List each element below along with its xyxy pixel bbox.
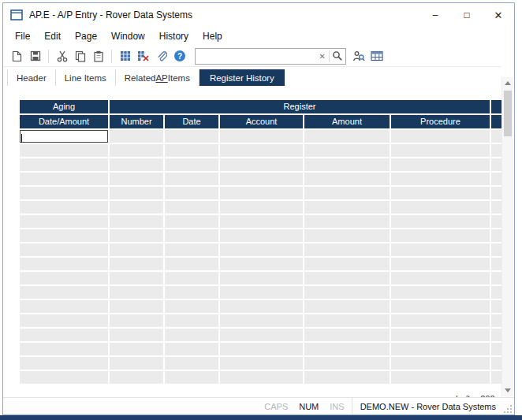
scrollbar-thumb[interactable] (504, 91, 512, 136)
grid-cell[interactable] (165, 343, 218, 355)
copy-icon[interactable] (72, 48, 88, 65)
person-search-icon[interactable] (350, 48, 367, 65)
scroll-down-icon[interactable] (502, 385, 513, 396)
grid-cell[interactable] (110, 215, 163, 228)
grid-cell[interactable] (304, 215, 390, 228)
grid-cell[interactable] (391, 314, 490, 327)
grid-cell[interactable] (220, 229, 303, 242)
grid-cell[interactable] (165, 144, 218, 157)
grid-cell[interactable] (110, 272, 163, 284)
menu-help[interactable]: Help (196, 28, 229, 44)
grid-cell[interactable] (110, 314, 163, 327)
grid-cell[interactable] (304, 371, 390, 384)
grid-cell[interactable] (20, 329, 108, 341)
grid-cell[interactable] (20, 314, 108, 327)
grid-cell[interactable] (391, 187, 490, 199)
grid-cell[interactable] (304, 329, 390, 341)
grid-cell[interactable] (20, 187, 108, 199)
grid-cell[interactable] (304, 343, 390, 355)
grid-cell[interactable] (165, 371, 218, 384)
grid-cell[interactable] (165, 187, 218, 199)
grid-cell[interactable] (165, 329, 218, 341)
grid-cell[interactable] (20, 144, 108, 157)
grid-cell[interactable] (220, 343, 303, 355)
grid-cell[interactable] (165, 158, 218, 171)
grid-cell[interactable] (220, 173, 303, 185)
grid-cell[interactable] (220, 258, 303, 270)
grid-cell[interactable] (304, 187, 390, 199)
grid-cell[interactable] (20, 173, 108, 185)
scroll-up-icon[interactable] (502, 77, 513, 89)
grid-cell[interactable] (304, 357, 390, 370)
grid-cell[interactable] (165, 173, 218, 185)
grid-cell[interactable] (304, 173, 390, 185)
clear-search-icon[interactable]: ✕ (316, 52, 329, 61)
grid-cell[interactable] (304, 314, 390, 327)
grid-cell[interactable] (165, 314, 218, 327)
grid-cell[interactable] (110, 258, 163, 270)
grid-cell[interactable] (220, 243, 303, 256)
grid-cell[interactable] (304, 144, 390, 157)
grid-cell[interactable] (20, 300, 108, 313)
grid-cell[interactable] (220, 286, 303, 299)
title-bar[interactable]: AP.E - A/P Entry - Rover Data Systems – … (3, 3, 514, 27)
resize-grip[interactable] (502, 403, 513, 414)
search-input[interactable] (196, 50, 316, 63)
grid-cell[interactable] (304, 130, 390, 143)
grid-cell[interactable] (165, 286, 218, 299)
grid-cell[interactable] (110, 201, 163, 214)
grid-detail-icon[interactable] (117, 48, 133, 65)
grid-cell[interactable] (220, 201, 303, 214)
grid-cell[interactable] (110, 300, 163, 313)
grid-cell[interactable] (220, 329, 303, 341)
grid-cell[interactable] (391, 357, 490, 370)
grid-cell[interactable] (20, 357, 108, 370)
tab-header[interactable]: Header (7, 69, 56, 86)
grid-cell[interactable] (391, 201, 490, 214)
grid-cell[interactable] (220, 130, 303, 143)
grid-cell[interactable] (391, 229, 490, 242)
table-view-icon[interactable] (368, 48, 385, 65)
grid-cell[interactable] (165, 357, 218, 370)
cut-icon[interactable] (54, 48, 70, 65)
grid-cell[interactable] (20, 243, 108, 256)
close-button[interactable]: ✕ (483, 3, 514, 27)
grid-cell[interactable] (391, 286, 490, 299)
grid-cell[interactable] (110, 286, 163, 299)
grid-cell[interactable] (304, 300, 390, 313)
attachment-icon[interactable] (153, 48, 170, 65)
grid-cell[interactable] (20, 258, 108, 270)
grid-cell[interactable] (20, 229, 108, 242)
grid-cell[interactable] (220, 187, 303, 199)
grid-cell[interactable] (110, 343, 163, 355)
grid-cell[interactable] (20, 371, 108, 384)
menu-file[interactable]: File (8, 28, 37, 44)
tab-line-items[interactable]: Line Items (56, 69, 116, 86)
grid-cell[interactable] (220, 158, 303, 171)
grid-cell[interactable] (165, 215, 218, 228)
grid-cell[interactable] (391, 343, 490, 355)
grid-cell[interactable] (391, 158, 490, 171)
grid-cell[interactable] (220, 314, 303, 327)
minimize-button[interactable]: – (419, 3, 451, 27)
grid-cell[interactable] (165, 229, 218, 242)
grid-cell[interactable] (165, 258, 218, 270)
grid-cell[interactable] (110, 371, 163, 384)
grid-cell[interactable] (110, 243, 163, 256)
grid-cell[interactable] (304, 201, 390, 214)
grid-cell[interactable] (165, 201, 218, 214)
help-icon[interactable]: ? (171, 48, 188, 65)
grid-cell[interactable] (165, 272, 218, 284)
grid-cell[interactable] (391, 329, 490, 341)
grid-cell[interactable] (391, 243, 490, 256)
menu-edit[interactable]: Edit (37, 28, 68, 44)
grid-cell[interactable] (220, 272, 303, 284)
grid-cell[interactable] (110, 173, 163, 185)
grid-cell[interactable] (391, 215, 490, 228)
grid-cell[interactable] (220, 300, 303, 313)
grid-cell[interactable] (20, 343, 108, 355)
grid-cell[interactable] (391, 173, 490, 185)
grid-cell[interactable] (304, 229, 390, 242)
grid-cell[interactable] (20, 286, 108, 299)
grid-cell[interactable] (20, 158, 108, 171)
